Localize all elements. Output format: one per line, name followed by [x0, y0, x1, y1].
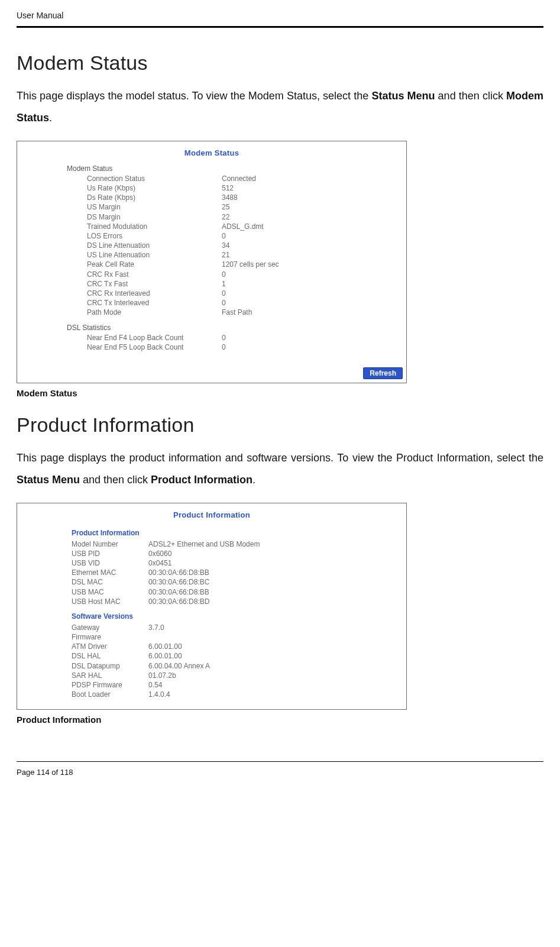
kv-row: USB Host MAC00:30:0A:66:D8:BD [72, 597, 399, 606]
kv-value: 01.07.2b [148, 671, 399, 680]
kv-key: DS Line Attenuation [87, 241, 222, 250]
kv-value: 0 [222, 231, 399, 241]
kv-value: 0 [222, 298, 399, 308]
kv-row: DSL MAC00:30:0A:66:D8:BC [72, 577, 399, 587]
panel-subtitle-product-info: Product Information [72, 529, 399, 537]
kv-row: CRC Rx Fast0 [87, 270, 399, 279]
kv-key: US Margin [87, 202, 222, 212]
kv-key: CRC Tx Fast [87, 279, 222, 289]
kv-row: DSL HAL6.00.01.00 [72, 651, 399, 661]
kv-value: 6.00.01.00 [148, 642, 399, 651]
kv-row: Ds Rate (Kbps)3488 [87, 193, 399, 202]
kv-row: Boot Loader1.4.0.4 [72, 690, 399, 699]
kv-row: SAR HAL01.07.2b [72, 671, 399, 680]
kv-key: Near End F5 Loop Back Count [87, 342, 222, 352]
kv-key: DSL MAC [72, 577, 148, 587]
kv-value: 1207 cells per sec [222, 260, 399, 269]
kv-value: 0 [222, 289, 399, 298]
text-run: . [49, 112, 52, 124]
header-rule [17, 26, 543, 28]
kv-value: 3.7.0 [148, 623, 399, 632]
kv-key: Path Mode [87, 308, 222, 317]
kv-value [148, 632, 399, 642]
kv-value: 25 [222, 202, 399, 212]
kv-value: 00:30:0A:66:D8:BB [148, 587, 399, 597]
inline-ref-status-menu: Status Menu [371, 90, 435, 102]
kv-value: 6.00.04.00 Annex A [148, 661, 399, 671]
text-run: This page displays the model status. To … [17, 90, 371, 102]
kv-key: SAR HAL [72, 671, 148, 680]
kv-key: US Line Attenuation [87, 250, 222, 260]
kv-key: CRC Rx Interleaved [87, 289, 222, 298]
kv-row: Near End F4 Loop Back Count0 [87, 333, 399, 342]
kv-row: DS Margin22 [87, 212, 399, 222]
kv-value: 0.54 [148, 680, 399, 690]
section-heading-modem-status: Modem Status [17, 51, 543, 75]
kv-key: Connection Status [87, 174, 222, 183]
kv-value: 34 [222, 241, 399, 250]
kv-value: 6.00.01.00 [148, 651, 399, 661]
kv-row: US Line Attenuation21 [87, 250, 399, 260]
kv-key: CRC Rx Fast [87, 270, 222, 279]
kv-value: Connected [222, 174, 399, 183]
kv-value: 21 [222, 250, 399, 260]
kv-value: 00:30:0A:66:D8:BC [148, 577, 399, 587]
kv-key: Ethernet MAC [72, 568, 148, 577]
kv-row: Ethernet MAC00:30:0A:66:D8:BB [72, 568, 399, 577]
kv-row: Gateway3.7.0 [72, 623, 399, 632]
group-label-modem-status: Modem Status [67, 163, 399, 174]
panel-title: Modem Status [24, 147, 399, 163]
kv-value: ADSL2+ Ethernet and USB Modem [148, 539, 399, 549]
kv-key: Peak Cell Rate [87, 260, 222, 269]
kv-value: 512 [222, 183, 399, 193]
figure-caption-product-information: Product Information [17, 715, 543, 725]
section-heading-product-information: Product Information [17, 413, 543, 437]
kv-key: Us Rate (Kbps) [87, 183, 222, 193]
kv-row: CRC Rx Interleaved0 [87, 289, 399, 298]
document-header: User Manual [17, 11, 543, 24]
kv-key: DSL HAL [72, 651, 148, 661]
kv-row: Path ModeFast Path [87, 308, 399, 317]
refresh-button[interactable]: Refresh [363, 367, 403, 379]
kv-row: Model NumberADSL2+ Ethernet and USB Mode… [72, 539, 399, 549]
kv-value: 00:30:0A:66:D8:BD [148, 597, 399, 606]
inline-ref-status-menu: Status Menu [17, 474, 80, 486]
kv-row: Us Rate (Kbps)512 [87, 183, 399, 193]
kv-key: ATM Driver [72, 642, 148, 651]
kv-row: DS Line Attenuation34 [87, 241, 399, 250]
kv-value: ADSL_G.dmt [222, 222, 399, 231]
kv-row: Firmware [72, 632, 399, 642]
kv-key: LOS Errors [87, 231, 222, 241]
kv-key: Near End F4 Loop Back Count [87, 333, 222, 342]
kv-row: USB MAC00:30:0A:66:D8:BB [72, 587, 399, 597]
dsl-statistics-kv-block: Near End F4 Loop Back Count0Near End F5 … [87, 333, 399, 352]
modem-status-panel: Modem Status Modem Status Connection Sta… [17, 141, 407, 383]
section2-paragraph: This page displays the product informati… [17, 447, 543, 491]
text-run: . [253, 474, 255, 486]
kv-value: 00:30:0A:66:D8:BB [148, 568, 399, 577]
kv-row: DSL Datapump6.00.04.00 Annex A [72, 661, 399, 671]
text-run: This page displays the product informati… [17, 452, 543, 464]
panel-subtitle-software-versions: Software Versions [72, 612, 399, 620]
software-versions-kv-block: Gateway3.7.0FirmwareATM Driver6.00.01.00… [72, 623, 399, 700]
kv-key: USB VID [72, 558, 148, 568]
text-run: and then click [80, 474, 151, 486]
kv-row: Connection StatusConnected [87, 174, 399, 183]
kv-value: 1 [222, 279, 399, 289]
kv-value: 3488 [222, 193, 399, 202]
kv-value: 0 [222, 333, 399, 342]
kv-value: 1.4.0.4 [148, 690, 399, 699]
kv-row: USB VID0x0451 [72, 558, 399, 568]
group-label-dsl-statistics: DSL Statistics [67, 322, 399, 333]
kv-key: Boot Loader [72, 690, 148, 699]
figure-caption-modem-status: Modem Status [17, 388, 543, 398]
kv-row: Peak Cell Rate1207 cells per sec [87, 260, 399, 269]
kv-key: Model Number [72, 539, 148, 549]
kv-key: DSL Datapump [72, 661, 148, 671]
kv-row: US Margin25 [87, 202, 399, 212]
panel-title: Product Information [24, 509, 399, 525]
kv-key: Gateway [72, 623, 148, 632]
kv-value: 0x0451 [148, 558, 399, 568]
kv-key: PDSP Firmware [72, 680, 148, 690]
footer-rule [17, 761, 543, 762]
